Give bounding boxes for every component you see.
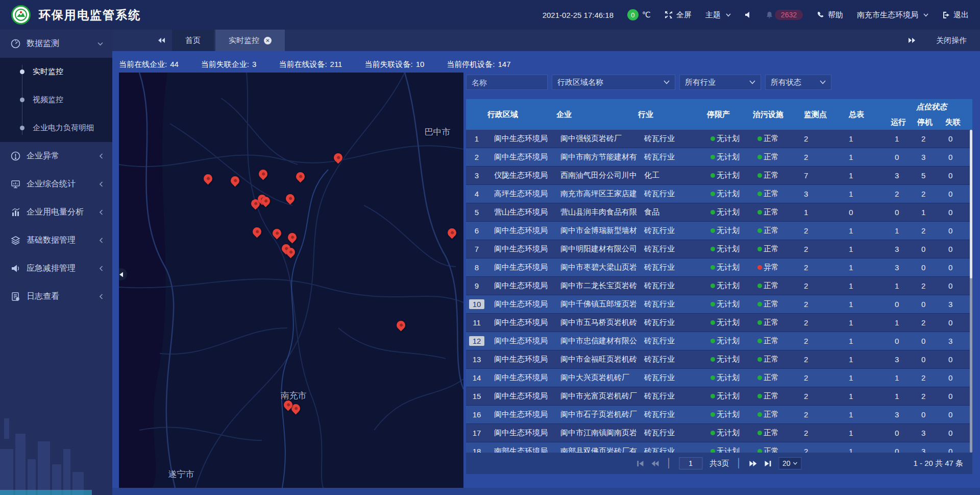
sidebar-item-1[interactable]: 企业异常 [0, 142, 112, 170]
table-row[interactable]: 15阆中生态环境局阆中市光富页岩机砖厂砖瓦行业无计划正常21120 [466, 387, 972, 406]
last-page-button[interactable] [764, 460, 771, 467]
table-row[interactable]: 12阆中生态环境局阆中市忠信建材有限公砖瓦行业无计划正常21003 [466, 332, 972, 350]
sidebar-item-5[interactable]: 应急减排管理 [0, 254, 112, 282]
status-dot-icon [757, 357, 762, 362]
logout-button[interactable]: 退出 [942, 10, 969, 20]
table-row[interactable]: 10阆中生态环境局阆中千佛镇五郎垭页岩砖瓦行业无计划正常21003 [466, 295, 972, 314]
tabs-scroll-right-icon[interactable] [908, 37, 916, 43]
cell-points: 2 [796, 295, 842, 313]
cell-stop: 2 [917, 314, 945, 332]
close-icon[interactable]: ✕ [264, 37, 272, 44]
cell-meters: 1 [842, 350, 891, 368]
chevron-left-icon [99, 181, 103, 187]
cell-industry: 食品 [638, 203, 707, 221]
table-row[interactable]: 14阆中生态环境局阆中大兴页岩机砖厂砖瓦行业无计划正常21120 [466, 369, 972, 387]
table-row[interactable]: 2阆中生态环境局阆中市南方节能建材有砖瓦行业无计划正常21030 [466, 148, 972, 167]
cell-industry: 砖瓦行业 [638, 369, 707, 387]
sidebar-item-2[interactable]: 企业综合统计 [0, 170, 112, 198]
cell-industry: 砖瓦行业 [638, 424, 707, 442]
status-select[interactable]: 所有状态 [765, 75, 831, 90]
page-size-select[interactable]: 20 [778, 457, 802, 469]
cell-index: 16 [466, 406, 487, 423]
stat-value: 3 [252, 60, 256, 68]
status-dot-icon [757, 192, 762, 196]
tab-bar: 首页 实时监控 ✕ 关闭操作 [112, 30, 980, 51]
prev-page-button[interactable] [651, 460, 659, 467]
table-row[interactable]: 17阆中生态环境局阆中市江南镇阆南页岩砖瓦行业无计划正常21030 [466, 424, 972, 442]
sidebar-subitem-0-2[interactable]: 企业电力负荷明细 [0, 114, 112, 142]
cell-production: 无计划 [707, 148, 753, 166]
table-row[interactable]: 3仪陇生态环境局西南油气田分公司川中化工无计划正常71350 [466, 167, 972, 185]
table-row[interactable]: 16阆中生态环境局阆中市石子页岩机砖厂砖瓦行业无计划正常21300 [466, 406, 972, 424]
table-scrollbar[interactable] [970, 130, 972, 453]
sidebar-item-4[interactable]: 基础数据管理 [0, 226, 112, 254]
notifications[interactable]: 2632 [766, 10, 803, 20]
tab-home[interactable]: 首页 [172, 30, 214, 51]
stat-item-2: 当前在线设备:211 [279, 60, 342, 69]
sidebar-subitem-0-1[interactable]: 视频监控 [0, 86, 112, 114]
table-row[interactable]: 9阆中生态环境局阆中市二龙长宝页岩砖砖瓦行业无计划正常21120 [466, 277, 972, 295]
sidebar-item-6[interactable]: 日志查看 [0, 282, 112, 311]
sidebar-subitem-0-0[interactable]: 实时监控 [0, 58, 112, 86]
page-number-input[interactable] [679, 457, 702, 469]
status-dot-icon [710, 192, 715, 196]
sound-toggle[interactable] [745, 11, 752, 18]
fullscreen-button[interactable]: 全屏 [665, 10, 692, 20]
cell-offline: 0 [945, 258, 972, 276]
cell-points: 7 [796, 167, 842, 184]
cell-company: 阆中市光富页岩机砖厂 [556, 387, 638, 405]
table-row[interactable]: 4高坪生态环境局南充市高坪区王家店建砖瓦行业无计划正常31220 [466, 185, 972, 203]
cell-company: 阆中明阳建材有限公司 [556, 240, 638, 258]
table-row[interactable]: 6阆中生态环境局阆中市金博瑞新型墙材砖瓦行业无计划正常21120 [466, 222, 972, 240]
next-page-button[interactable] [749, 460, 757, 467]
theme-dropdown[interactable]: 主题 [705, 10, 731, 20]
cell-company: 阆中市金福旺页岩机砖 [556, 350, 638, 368]
region-select[interactable]: 行政区域名称 [552, 75, 675, 90]
cell-index: 6 [466, 222, 487, 240]
cell-offline: 3 [945, 332, 972, 350]
name-search-input[interactable] [466, 75, 548, 90]
cell-production: 无计划 [707, 185, 753, 203]
col-production: 停限产 [707, 99, 753, 130]
status-dot-icon [757, 155, 762, 159]
status-dot-icon [710, 173, 715, 178]
tab-realtime-monitor[interactable]: 实时监控 ✕ [215, 30, 285, 51]
cell-production: 无计划 [707, 406, 753, 423]
help-button[interactable]: 帮助 [817, 10, 843, 20]
industry-select[interactable]: 所有行业 [679, 75, 761, 90]
cell-index: 7 [466, 240, 487, 258]
table-row[interactable]: 1阆中生态环境局阆中强锐页岩砖厂砖瓦行业无计划正常21120 [466, 130, 972, 148]
col-points: 监测点 [796, 99, 842, 130]
board-icon [10, 179, 20, 189]
sidebar-item-0[interactable]: 数据监测 [0, 30, 112, 58]
cell-run: 0 [891, 203, 917, 221]
cell-stop: 2 [917, 130, 945, 148]
cell-stop: 2 [917, 387, 945, 405]
status-dot-icon [710, 228, 715, 233]
cell-meters: 1 [842, 130, 891, 148]
cell-facility: 正常 [753, 314, 796, 332]
status-dot-icon [710, 302, 715, 307]
table-row[interactable]: 5营山生态环境局营山县润丰肉食品有限食品无计划正常10010 [466, 203, 972, 222]
temperature-badge: 0 [627, 9, 639, 20]
map[interactable]: 巴中市南充市遂宁市 [119, 73, 463, 488]
status-dot-icon [710, 339, 715, 343]
table-row[interactable]: 18南部生态环境局南部县双佛页岩砖厂有砖瓦行业无计划正常21030 [466, 442, 972, 453]
org-dropdown[interactable]: 南充市生态环境局 [857, 10, 928, 20]
status-dot-icon [710, 357, 715, 362]
cell-facility: 正常 [753, 130, 796, 148]
temperature: 0 ℃ [627, 9, 651, 20]
col-point-status-group: 点位状态 [891, 99, 972, 114]
table-row[interactable]: 7阆中生态环境局阆中明阳建材有限公司砖瓦行业无计划正常21300 [466, 240, 972, 258]
sidebar-item-3[interactable]: 企业用电量分析 [0, 198, 112, 226]
status-dot-icon [710, 394, 715, 398]
table-row[interactable]: 11阆中生态环境局阆中市五马桥页岩机砖砖瓦行业无计划正常21120 [466, 314, 972, 332]
tabs-scroll-left-icon[interactable] [152, 30, 170, 51]
first-page-button[interactable] [636, 460, 644, 467]
close-operations-button[interactable]: 关闭操作 [936, 36, 967, 45]
cell-offline: 0 [945, 350, 972, 368]
table-row[interactable]: 13阆中生态环境局阆中市金福旺页岩机砖砖瓦行业无计划正常21300 [466, 350, 972, 369]
cell-meters: 1 [842, 222, 891, 240]
table-row[interactable]: 8阆中生态环境局阆中市枣碧大梁山页岩砖瓦行业无计划异常21300 [466, 258, 972, 277]
cell-meters: 1 [842, 167, 891, 184]
